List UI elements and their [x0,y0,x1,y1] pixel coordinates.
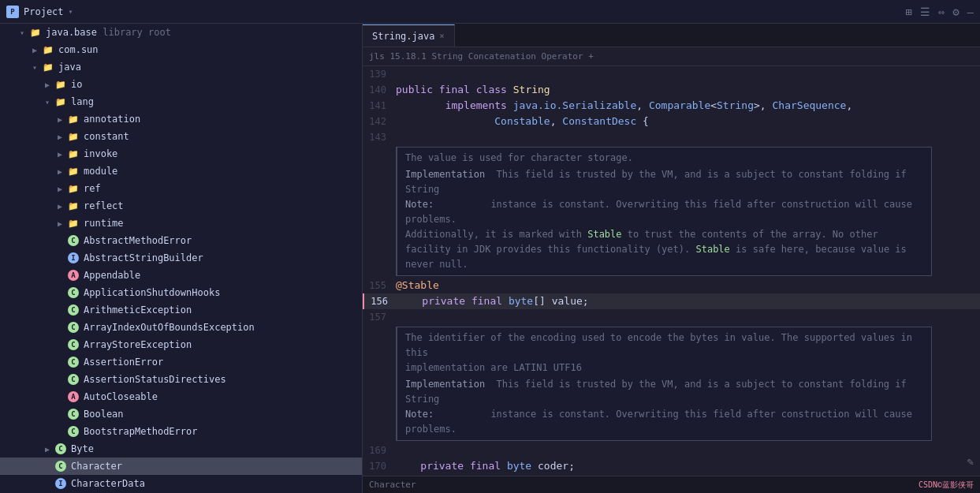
sidebar-item-ApplicationShutdownHooks[interactable]: C ApplicationShutdownHooks [0,284,362,301]
tree-item-label: ArrayStoreException [84,339,192,350]
class-c-icon: C [54,443,68,454]
code-line-155: 155 @Stable [363,278,980,293]
folder-icon: 📁 [66,218,80,229]
sidebar-item-ArithmeticException[interactable]: C ArithmeticException [0,301,362,319]
edit-icon[interactable]: ✎ [967,455,974,468]
sidebar-item-constant[interactable]: ▶ 📁 constant [0,128,362,145]
folder-icon: 📁 [66,132,80,142]
folder-icon: 📁 [54,97,68,107]
tree-item-label: AbstractStringBuilder [84,252,203,263]
sidebar-item-invoke[interactable]: ▶ 📁 invoke [0,145,362,162]
editor-area: String.java × jls 15.18.1 String Concate… [363,24,980,493]
class-a-icon: A [66,391,80,402]
tree-item-label: constant [84,131,129,142]
sidebar-item-ArrayStoreException[interactable]: C ArrayStoreException [0,336,362,353]
class-c-icon: C [66,374,80,385]
sidebar-item-ArrayIndexOutOfBoundsException[interactable]: C ArrayIndexOutOfBoundsException [0,319,362,336]
expand-arrow[interactable]: ▶ [54,202,66,211]
sidebar-item-AssertionStatusDirectives[interactable]: C AssertionStatusDirectives [0,371,362,388]
tree-item-label: annotation [84,114,140,125]
tree-item-label: java.base [46,27,102,38]
breadcrumb-text: jls 15.18.1 String Concatenation Operato… [369,51,594,62]
sidebar-item-CharacterData[interactable]: I CharacterData [0,475,362,492]
expand-arrow[interactable]: ▶ [41,80,54,89]
expand-arrow[interactable]: ▶ [54,219,66,228]
status-bar: Character CSDN©蓝影侠哥 [363,476,980,493]
expand-arrow[interactable]: ▶ [54,185,66,193]
tab-close-button[interactable]: × [439,32,444,40]
folder-icon: 📁 [66,149,80,159]
sidebar-item-annotation[interactable]: ▶ 📁 annotation [0,110,362,128]
settings-icon[interactable]: ⚙ [952,6,959,18]
expand-arrow[interactable]: ▶ [41,445,54,454]
sidebar[interactable]: ▾ 📁 java.base library root ▶ 📁 com.sun ▾… [0,24,363,493]
expand-arrow[interactable]: ▶ [54,133,66,141]
sidebar-item-AbstractMethodError[interactable]: C AbstractMethodError [0,232,362,249]
tree-item-label: lang [71,96,94,107]
tree-item-label: Character [71,461,122,472]
folder-icon: 📁 [66,184,80,194]
class-c-icon: C [66,339,80,350]
class-c-icon: C [66,357,80,368]
expand-arrow[interactable]: ▶ [54,167,66,176]
sidebar-item-AutoCloseable[interactable]: A AutoCloseable [0,388,362,405]
minimize-icon[interactable]: — [967,6,974,18]
sidebar-item-Appendable[interactable]: A Appendable [0,267,362,284]
folder-icon: 📁 [66,201,80,211]
title-bar-actions: ⊞ ☰ ⇔ ⚙ — [905,6,974,18]
sidebar-item-lang[interactable]: ▾ 📁 lang [0,93,362,110]
tree-item-label: ApplicationShutdownHooks [84,287,220,298]
sidebar-item-Character[interactable]: C Character [0,458,362,475]
sidebar-item-io[interactable]: ▶ 📁 io [0,76,362,93]
code-line-156: 156 private final byte[] value; [363,293,980,309]
tab-label: String.java [372,31,434,42]
sidebar-item-java-base[interactable]: ▾ 📁 java.base library root [0,24,362,41]
expand-arrow[interactable]: ▾ [28,63,41,72]
tree-item-label: CharacterData [71,478,145,489]
tree-item-label: io [71,79,82,90]
sidebar-item-Boolean[interactable]: C Boolean [0,405,362,423]
project-dropdown-arrow[interactable]: ▾ [69,7,73,16]
expand-arrow[interactable]: ▶ [54,115,66,124]
tree-item-label: Appendable [84,270,140,281]
tree-item-label: AssertionError [84,357,163,368]
sidebar-item-com-sun[interactable]: ▶ 📁 com.sun [0,41,362,58]
code-line-139: 139 [363,66,980,82]
sidebar-item-java[interactable]: ▾ 📁 java [0,58,362,76]
sidebar-item-ref[interactable]: ▶ 📁 ref [0,180,362,197]
class-c-icon: C [66,426,80,437]
watermark: CSDN©蓝影侠哥 [919,480,974,491]
project-label: Project [24,6,64,17]
sidebar-item-BootstrapMethodError[interactable]: C BootstrapMethodError [0,423,362,440]
class-c-icon: C [66,409,80,420]
code-line-169: 169 [363,443,980,458]
expand-arrow[interactable]: ▾ [16,28,28,37]
tree-item-label: runtime [84,218,124,229]
sidebar-item-runtime[interactable]: ▶ 📁 runtime [0,215,362,232]
folder-icon: 📁 [28,28,43,38]
grid-icon[interactable]: ⊞ [905,6,911,18]
class-c-icon: C [54,461,68,472]
sidebar-item-Byte[interactable]: ▶ C Byte [0,440,362,458]
sidebar-item-AbstractStringBuilder[interactable]: I AbstractStringBuilder [0,249,362,267]
tree-item-label: reflect [84,200,124,211]
expand-arrow[interactable]: ▾ [41,98,54,106]
collapse-icon[interactable]: ⇔ [938,6,945,18]
sidebar-item-module[interactable]: ▶ 📁 module [0,162,362,180]
tab-bar: String.java × [363,24,980,47]
project-icon: P [6,6,19,18]
tree-item-label: BootstrapMethodError [84,426,198,437]
folder-icon: 📁 [54,80,68,90]
code-editor[interactable]: 139 140 public final class String 141 im… [363,66,980,476]
breadcrumb: jls 15.18.1 String Concatenation Operato… [363,47,980,66]
class-c-icon: C [66,235,80,246]
expand-arrow[interactable]: ▶ [54,150,66,159]
list-icon[interactable]: ☰ [920,6,930,18]
code-line-141: 141 implements java.io.Serializable, Com… [363,98,980,114]
tree-item-label: Byte [71,443,94,454]
sidebar-item-AssertionError[interactable]: C AssertionError [0,353,362,371]
sidebar-item-reflect[interactable]: ▶ 📁 reflect [0,197,362,215]
tab-string-java[interactable]: String.java × [363,24,455,47]
expand-arrow[interactable]: ▶ [28,46,41,54]
doc-block-1: The value is used for character storage.… [363,145,980,278]
